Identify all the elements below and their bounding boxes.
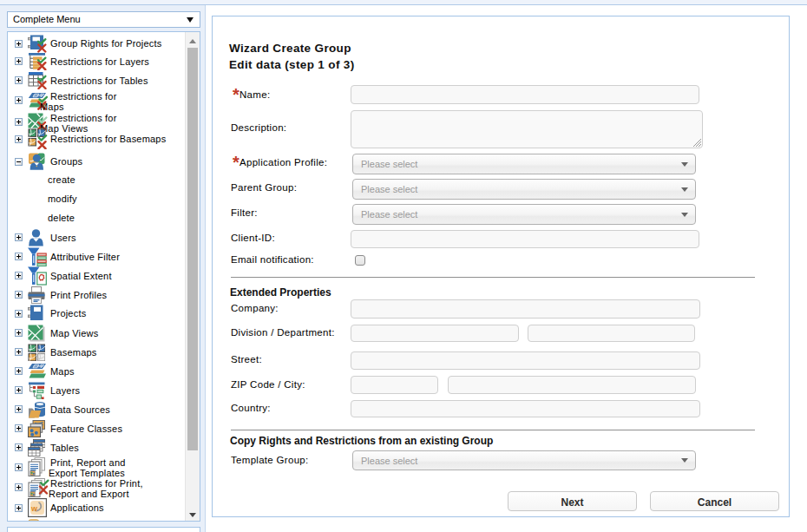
svg-text:w: w <box>30 505 38 514</box>
